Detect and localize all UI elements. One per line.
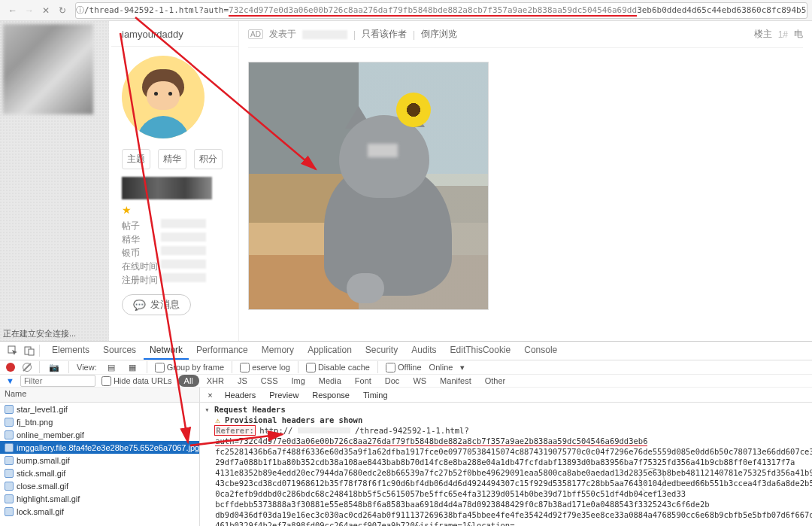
forward-button[interactable]: → bbox=[21, 2, 38, 19]
devtools-tab-console[interactable]: Console bbox=[518, 342, 563, 360]
filter-type-img[interactable]: Img bbox=[285, 375, 311, 387]
site-info-icon[interactable]: ⓘ bbox=[76, 5, 84, 16]
filter-type-css[interactable]: CSS bbox=[255, 375, 284, 387]
connection-status: 正在建立安全连接... bbox=[3, 328, 76, 339]
response-tab-timing[interactable]: Timing bbox=[357, 389, 394, 401]
hide-data-urls-checkbox[interactable]: Hide data URLs bbox=[102, 376, 172, 386]
reload-button[interactable]: ↻ bbox=[54, 2, 71, 19]
filter-type-ws[interactable]: WS bbox=[407, 375, 432, 387]
response-tab-response[interactable]: Response bbox=[306, 389, 356, 401]
devtools-tabs-row: ElementsSourcesNetworkPerformanceMemoryA… bbox=[0, 342, 812, 360]
send-message-button[interactable]: 💬 发消息 bbox=[122, 294, 191, 315]
request-name: highlight.small.gif bbox=[17, 494, 80, 503]
request-name: bump.small.gif bbox=[17, 456, 70, 465]
back-button[interactable]: ← bbox=[5, 2, 21, 19]
request-row[interactable]: imggallery.file.8fa4fe2e3e28be75.652e6a7… bbox=[0, 441, 199, 454]
filter-type-media[interactable]: Media bbox=[313, 375, 347, 387]
url-suffix: 3eb6b0dded4d65c44ebd63860c8fc894b5fc6b17… bbox=[637, 5, 807, 15]
response-tab-preview[interactable]: Preview bbox=[263, 389, 304, 401]
request-row[interactable]: bump.small.gif bbox=[0, 454, 199, 467]
inspect-element-icon[interactable] bbox=[6, 344, 20, 357]
post-image[interactable] bbox=[248, 62, 489, 310]
devtools-tab-performance[interactable]: Performance bbox=[190, 342, 254, 360]
devtools-tab-memory[interactable]: Memory bbox=[256, 342, 300, 360]
devtools-tab-elements[interactable]: Elements bbox=[46, 342, 95, 360]
file-icon bbox=[5, 507, 14, 516]
blurred-thumbnail bbox=[3, 24, 93, 114]
filter-type-other[interactable]: Other bbox=[479, 375, 512, 387]
svg-rect-5 bbox=[29, 349, 34, 355]
request-name: fj_btn.png bbox=[17, 418, 53, 427]
filter-type-js[interactable]: JS bbox=[232, 375, 253, 387]
view-small-icon[interactable]: ▦ bbox=[126, 360, 139, 374]
request-row[interactable]: fj_btn.png bbox=[0, 415, 199, 428]
browser-toolbar: ← → ✕ ↻ ⓘ /thread-942592-1-1.html?auth=7… bbox=[0, 0, 812, 21]
reverse-browse-link[interactable]: 倒序浏览 bbox=[421, 28, 457, 41]
request-row[interactable]: highlight.small.gif bbox=[0, 492, 199, 505]
close-button[interactable]: ✕ bbox=[38, 2, 54, 19]
clear-button[interactable] bbox=[23, 363, 32, 372]
tab-topics[interactable]: 主题 bbox=[122, 149, 150, 169]
request-row[interactable]: star_level1.gif bbox=[0, 403, 199, 415]
devtools-tab-network[interactable]: Network bbox=[144, 342, 189, 360]
page-content: 正在建立安全连接... iamyourdaddy 主题 精华 积分 ★ 帖子 精… bbox=[0, 21, 812, 341]
star-icon: ★ bbox=[122, 204, 238, 216]
filter-type-all[interactable]: All bbox=[178, 375, 199, 387]
tab-digest[interactable]: 精华 bbox=[158, 149, 186, 169]
filter-type-xhr[interactable]: XHR bbox=[201, 375, 230, 387]
request-row[interactable]: close.small.gif bbox=[0, 479, 199, 492]
filter-type-doc[interactable]: Doc bbox=[379, 375, 406, 387]
post-body: AD 发表于 | 只看该作者 | 倒序浏览 楼主 1# 电 bbox=[239, 21, 812, 341]
author-avatar[interactable] bbox=[122, 56, 205, 138]
request-row[interactable]: online_member.gif bbox=[0, 428, 199, 441]
offline-checkbox[interactable]: Offline bbox=[386, 363, 422, 372]
devtools-tab-sources[interactable]: Sources bbox=[97, 342, 142, 360]
online-dropdown[interactable]: Online bbox=[429, 363, 453, 372]
filter-type-manifest[interactable]: Manifest bbox=[434, 375, 477, 387]
author-sidebar: iamyourdaddy 主题 精华 积分 ★ 帖子 精华 银币 在线时间 注册… bbox=[111, 21, 239, 341]
author-username[interactable]: iamyourdaddy bbox=[111, 21, 238, 47]
devtools-tab-security[interactable]: Security bbox=[359, 342, 404, 360]
file-icon bbox=[5, 456, 14, 465]
devtools-panel: ElementsSourcesNetworkPerformanceMemoryA… bbox=[0, 341, 812, 526]
file-icon bbox=[5, 482, 14, 491]
file-icon bbox=[5, 494, 14, 503]
response-tab-headers[interactable]: Headers bbox=[219, 389, 262, 401]
group-by-frame-checkbox[interactable]: Group by frame bbox=[155, 363, 224, 372]
request-row[interactable]: stick.small.gif bbox=[0, 467, 199, 479]
requests-name-header[interactable]: Name bbox=[0, 388, 199, 403]
device-toggle-icon[interactable] bbox=[23, 344, 36, 357]
view-large-icon[interactable]: ▤ bbox=[105, 360, 118, 374]
url-auth-highlight: 732c4d977e0d3a06e00b726c8aa276daf79fb584… bbox=[229, 5, 637, 17]
headers-content: ▾ Request Headers ⚠ Provisional headers … bbox=[200, 403, 812, 526]
devtools-tab-editthiscookie[interactable]: EditThisCookie bbox=[444, 342, 517, 360]
rank-badge bbox=[122, 177, 212, 199]
devtools-tab-application[interactable]: Application bbox=[301, 342, 358, 360]
devtools-tab-audits[interactable]: Audits bbox=[405, 342, 442, 360]
posted-at-label: 发表于 bbox=[269, 28, 296, 41]
only-author-link[interactable]: 只看该作者 bbox=[362, 28, 407, 41]
ad-icon: AD bbox=[248, 29, 263, 39]
preserve-log-checkbox[interactable]: eserve log bbox=[240, 363, 290, 372]
disable-cache-checkbox[interactable]: Disable cache bbox=[306, 363, 370, 372]
view-label: View: bbox=[77, 363, 97, 372]
address-bar[interactable]: ⓘ /thread-942592-1-1.html?auth=732c4d977… bbox=[75, 2, 807, 19]
record-button[interactable] bbox=[6, 363, 15, 372]
network-filter-bar: ▼ Hide data URLs AllXHRJSCSSImgMediaFont… bbox=[0, 375, 812, 388]
floor-anchor[interactable]: 1# bbox=[778, 29, 788, 40]
requests-list: Name star_level1.giffj_btn.pngonline_mem… bbox=[0, 388, 200, 526]
file-icon bbox=[5, 418, 14, 427]
file-icon bbox=[5, 430, 14, 439]
request-row[interactable]: lock.small.gif bbox=[0, 505, 199, 518]
floor-label: 楼主 bbox=[754, 28, 772, 41]
author-stats: 帖子 精华 银币 在线时间 注册时间 bbox=[122, 219, 238, 287]
request-name: imggallery.file.8fa4fe2e3e28be75.652e6a7… bbox=[17, 443, 199, 452]
capture-screenshot-icon[interactable]: 📷 bbox=[47, 360, 61, 374]
request-name: stick.small.gif bbox=[17, 469, 65, 478]
filter-input[interactable] bbox=[20, 375, 95, 387]
filter-icon[interactable]: ▼ bbox=[6, 376, 14, 385]
tab-points[interactable]: 积分 bbox=[194, 149, 223, 169]
posted-date-blur bbox=[302, 30, 347, 39]
close-detail-button[interactable]: × bbox=[203, 391, 217, 400]
filter-type-font[interactable]: Font bbox=[349, 375, 377, 387]
